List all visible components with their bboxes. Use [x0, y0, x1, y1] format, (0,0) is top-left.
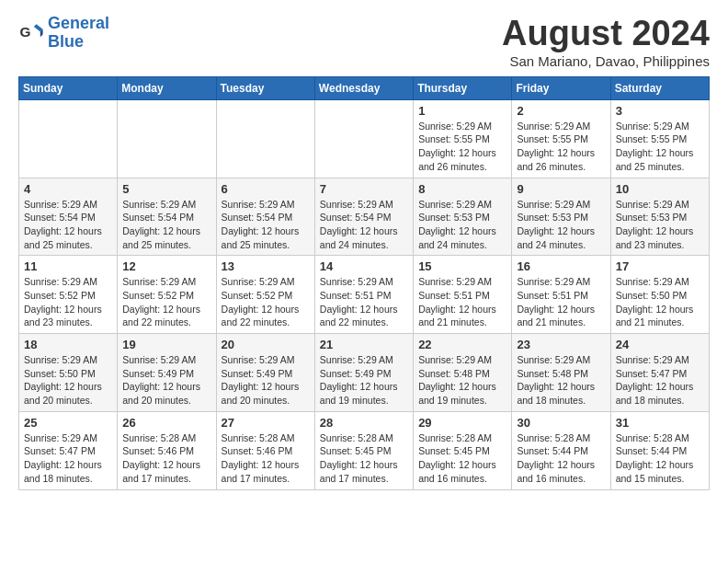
calendar-cell: 19Sunrise: 5:29 AM Sunset: 5:49 PM Dayli… — [118, 334, 216, 412]
calendar-cell: 3Sunrise: 5:29 AM Sunset: 5:55 PM Daylig… — [610, 99, 709, 178]
page-header: G General Blue August 2024 San Mariano, … — [18, 15, 710, 69]
day-number: 18 — [24, 338, 112, 351]
cell-detail: Sunrise: 5:29 AM Sunset: 5:52 PM Dayligh… — [24, 275, 112, 329]
calendar-cell — [19, 99, 118, 178]
day-number: 10 — [616, 182, 704, 196]
cell-detail: Sunrise: 5:28 AM Sunset: 5:46 PM Dayligh… — [222, 431, 310, 486]
calendar-cell: 5Sunrise: 5:29 AM Sunset: 5:54 PM Daylig… — [118, 178, 216, 256]
day-number: 24 — [616, 338, 704, 351]
calendar-cell: 18Sunrise: 5:29 AM Sunset: 5:50 PM Dayli… — [19, 334, 118, 412]
week-row-5: 25Sunrise: 5:29 AM Sunset: 5:47 PM Dayli… — [19, 411, 710, 489]
day-number: 9 — [517, 182, 605, 196]
cell-detail: Sunrise: 5:29 AM Sunset: 5:53 PM Dayligh… — [616, 198, 704, 252]
day-number: 7 — [320, 182, 408, 196]
day-number: 28 — [320, 416, 408, 430]
cell-detail: Sunrise: 5:29 AM Sunset: 5:55 PM Dayligh… — [517, 120, 605, 174]
day-number: 8 — [418, 182, 506, 196]
calendar-cell — [314, 99, 413, 178]
cell-detail: Sunrise: 5:28 AM Sunset: 5:44 PM Dayligh… — [517, 431, 605, 486]
calendar-cell: 7Sunrise: 5:29 AM Sunset: 5:54 PM Daylig… — [314, 178, 413, 256]
day-number: 20 — [222, 338, 310, 351]
day-number: 11 — [24, 259, 112, 273]
cell-detail: Sunrise: 5:29 AM Sunset: 5:54 PM Dayligh… — [24, 198, 112, 252]
svg-text:G: G — [19, 24, 30, 40]
cell-detail: Sunrise: 5:29 AM Sunset: 5:47 PM Dayligh… — [616, 353, 704, 408]
day-number: 19 — [122, 338, 210, 351]
calendar-cell: 30Sunrise: 5:28 AM Sunset: 5:44 PM Dayli… — [512, 411, 610, 489]
cell-detail: Sunrise: 5:29 AM Sunset: 5:54 PM Dayligh… — [222, 198, 310, 252]
cell-detail: Sunrise: 5:29 AM Sunset: 5:52 PM Dayligh… — [122, 275, 210, 329]
weekday-header-row: SundayMondayTuesdayWednesdayThursdayFrid… — [19, 76, 710, 99]
cell-detail: Sunrise: 5:29 AM Sunset: 5:53 PM Dayligh… — [517, 198, 605, 252]
day-number: 27 — [222, 416, 310, 430]
calendar-cell: 10Sunrise: 5:29 AM Sunset: 5:53 PM Dayli… — [610, 178, 709, 256]
cell-detail: Sunrise: 5:29 AM Sunset: 5:48 PM Dayligh… — [517, 353, 605, 408]
logo-line1: General — [48, 14, 109, 32]
calendar-cell: 26Sunrise: 5:28 AM Sunset: 5:46 PM Dayli… — [118, 411, 216, 489]
cell-detail: Sunrise: 5:29 AM Sunset: 5:49 PM Dayligh… — [222, 353, 310, 408]
weekday-header-friday: Friday — [512, 76, 610, 99]
calendar-cell: 16Sunrise: 5:29 AM Sunset: 5:51 PM Dayli… — [512, 256, 610, 334]
calendar-cell: 24Sunrise: 5:29 AM Sunset: 5:47 PM Dayli… — [610, 334, 709, 412]
day-number: 1 — [418, 104, 506, 118]
cell-detail: Sunrise: 5:29 AM Sunset: 5:51 PM Dayligh… — [418, 275, 506, 329]
day-number: 6 — [222, 182, 310, 196]
cell-detail: Sunrise: 5:29 AM Sunset: 5:51 PM Dayligh… — [320, 275, 408, 329]
day-number: 31 — [616, 416, 704, 430]
calendar-cell: 2Sunrise: 5:29 AM Sunset: 5:55 PM Daylig… — [512, 99, 610, 178]
day-number: 30 — [517, 416, 605, 430]
day-number: 21 — [320, 338, 408, 351]
logo-line2: Blue — [48, 32, 84, 51]
calendar-cell: 6Sunrise: 5:29 AM Sunset: 5:54 PM Daylig… — [216, 178, 314, 256]
cell-detail: Sunrise: 5:29 AM Sunset: 5:55 PM Dayligh… — [616, 120, 704, 174]
cell-detail: Sunrise: 5:29 AM Sunset: 5:54 PM Dayligh… — [122, 198, 210, 252]
cell-detail: Sunrise: 5:28 AM Sunset: 5:46 PM Dayligh… — [122, 431, 210, 486]
day-number: 22 — [418, 338, 506, 351]
calendar-cell: 11Sunrise: 5:29 AM Sunset: 5:52 PM Dayli… — [19, 256, 118, 334]
calendar-cell — [216, 99, 314, 178]
week-row-2: 4Sunrise: 5:29 AM Sunset: 5:54 PM Daylig… — [19, 178, 710, 256]
cell-detail: Sunrise: 5:29 AM Sunset: 5:50 PM Dayligh… — [616, 275, 704, 329]
calendar-cell: 22Sunrise: 5:29 AM Sunset: 5:48 PM Dayli… — [414, 334, 512, 412]
week-row-4: 18Sunrise: 5:29 AM Sunset: 5:50 PM Dayli… — [19, 334, 710, 412]
calendar-cell: 12Sunrise: 5:29 AM Sunset: 5:52 PM Dayli… — [118, 256, 216, 334]
day-number: 26 — [122, 416, 210, 430]
calendar-cell: 15Sunrise: 5:29 AM Sunset: 5:51 PM Dayli… — [414, 256, 512, 334]
cell-detail: Sunrise: 5:29 AM Sunset: 5:48 PM Dayligh… — [418, 353, 506, 408]
cell-detail: Sunrise: 5:28 AM Sunset: 5:44 PM Dayligh… — [616, 431, 704, 486]
day-number: 23 — [517, 338, 605, 351]
cell-detail: Sunrise: 5:29 AM Sunset: 5:52 PM Dayligh… — [222, 275, 310, 329]
cell-detail: Sunrise: 5:29 AM Sunset: 5:53 PM Dayligh… — [418, 198, 506, 252]
cell-detail: Sunrise: 5:29 AM Sunset: 5:49 PM Dayligh… — [320, 353, 408, 408]
day-number: 15 — [418, 259, 506, 273]
location: San Mariano, Davao, Philippines — [502, 53, 710, 69]
calendar-cell — [118, 99, 216, 178]
day-number: 29 — [418, 416, 506, 430]
cell-detail: Sunrise: 5:29 AM Sunset: 5:50 PM Dayligh… — [24, 353, 112, 408]
calendar-table: SundayMondayTuesdayWednesdayThursdayFrid… — [18, 76, 710, 490]
cell-detail: Sunrise: 5:29 AM Sunset: 5:55 PM Dayligh… — [418, 120, 506, 174]
day-number: 12 — [122, 259, 210, 273]
calendar-cell: 1Sunrise: 5:29 AM Sunset: 5:55 PM Daylig… — [414, 99, 512, 178]
week-row-1: 1Sunrise: 5:29 AM Sunset: 5:55 PM Daylig… — [19, 99, 710, 178]
calendar-cell: 17Sunrise: 5:29 AM Sunset: 5:50 PM Dayli… — [610, 256, 709, 334]
day-number: 3 — [616, 104, 704, 118]
cell-detail: Sunrise: 5:28 AM Sunset: 5:45 PM Dayligh… — [418, 431, 506, 486]
calendar-cell: 31Sunrise: 5:28 AM Sunset: 5:44 PM Dayli… — [610, 411, 709, 489]
cell-detail: Sunrise: 5:29 AM Sunset: 5:54 PM Dayligh… — [320, 198, 408, 252]
weekday-header-thursday: Thursday — [414, 76, 512, 99]
calendar-cell: 8Sunrise: 5:29 AM Sunset: 5:53 PM Daylig… — [414, 178, 512, 256]
month-year: August 2024 — [502, 15, 710, 53]
week-row-3: 11Sunrise: 5:29 AM Sunset: 5:52 PM Dayli… — [19, 256, 710, 334]
calendar-cell: 4Sunrise: 5:29 AM Sunset: 5:54 PM Daylig… — [19, 178, 118, 256]
day-number: 17 — [616, 259, 704, 273]
title-area: August 2024 San Mariano, Davao, Philippi… — [502, 15, 710, 69]
day-number: 25 — [24, 416, 112, 430]
calendar-cell: 13Sunrise: 5:29 AM Sunset: 5:52 PM Dayli… — [216, 256, 314, 334]
calendar-cell: 23Sunrise: 5:29 AM Sunset: 5:48 PM Dayli… — [512, 334, 610, 412]
calendar-cell: 21Sunrise: 5:29 AM Sunset: 5:49 PM Dayli… — [314, 334, 413, 412]
day-number: 4 — [24, 182, 112, 196]
day-number: 16 — [517, 259, 605, 273]
calendar-cell: 14Sunrise: 5:29 AM Sunset: 5:51 PM Dayli… — [314, 256, 413, 334]
weekday-header-tuesday: Tuesday — [216, 76, 314, 99]
